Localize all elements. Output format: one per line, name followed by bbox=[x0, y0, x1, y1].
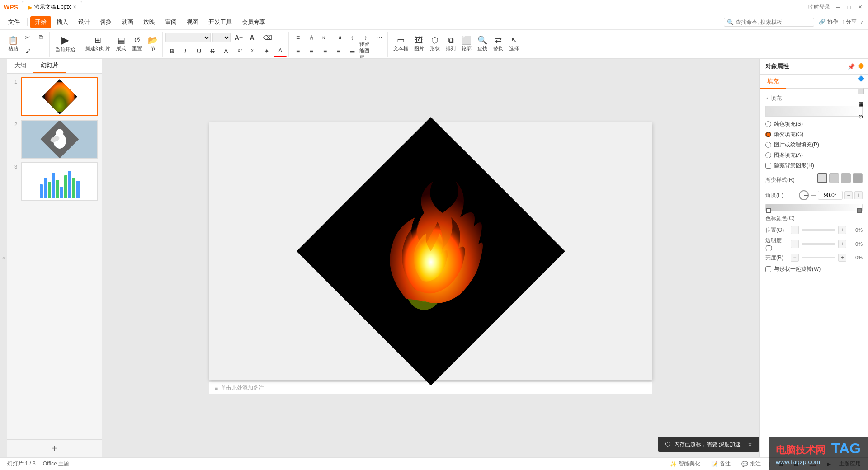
fill-picture-option[interactable]: 图片或纹理填充(P) bbox=[765, 141, 863, 149]
transparency-minus-button[interactable]: − bbox=[791, 240, 799, 248]
clear-format-button[interactable]: ⌫ bbox=[261, 31, 274, 44]
tab-slides[interactable]: 幻灯片 bbox=[33, 59, 66, 73]
minimize-button[interactable]: ─ bbox=[834, 3, 843, 12]
brightness-minus-button[interactable]: − bbox=[791, 254, 799, 262]
slide-thumbnail-3[interactable]: 3 bbox=[11, 162, 98, 201]
align-center-button[interactable]: ≡ bbox=[305, 45, 318, 57]
comment-btn[interactable]: 💬 批注 bbox=[739, 459, 764, 469]
slide-thumbnail-2[interactable]: 2 bbox=[11, 120, 98, 159]
outline-button[interactable]: ⬜ 轮廓 bbox=[459, 33, 474, 56]
fill-gradient-radio[interactable] bbox=[765, 132, 771, 137]
fill-gradient-option[interactable]: 渐变填充(G) bbox=[765, 131, 863, 138]
add-slide-button[interactable]: + bbox=[52, 443, 57, 454]
transparency-track[interactable] bbox=[802, 243, 835, 245]
decrease-indent-button[interactable]: ⇤ bbox=[319, 31, 331, 44]
hide-bg-option[interactable]: 隐藏背景图形(H) bbox=[765, 162, 863, 169]
cut-button[interactable]: ✂ bbox=[21, 31, 34, 44]
menu-item-home[interactable]: 文件 bbox=[4, 16, 24, 28]
position-minus-button[interactable]: − bbox=[791, 226, 799, 234]
strikethrough-button[interactable]: S bbox=[206, 45, 219, 57]
find-button[interactable]: 🔍 查找 bbox=[475, 33, 490, 56]
menu-item-transition[interactable]: 切换 bbox=[95, 16, 116, 28]
collaborate-btn[interactable]: 🔗 协作 bbox=[819, 18, 838, 26]
text-align-button[interactable]: ⋯ bbox=[373, 31, 386, 44]
numbering-button[interactable]: ⑃ bbox=[305, 31, 318, 44]
rotate-with-shape-option[interactable]: 与形状一起旋转(W) bbox=[765, 265, 863, 273]
align-left-button[interactable]: ≡ bbox=[292, 45, 304, 57]
font-family-select[interactable] bbox=[165, 33, 211, 42]
rotate-with-shape-checkbox[interactable] bbox=[765, 266, 771, 272]
close-button[interactable]: ✕ bbox=[855, 3, 864, 12]
menu-item-design[interactable]: 设计 bbox=[74, 16, 94, 28]
panel-icon-4[interactable]: ▦ bbox=[855, 99, 866, 109]
grad-handle-1[interactable] bbox=[817, 173, 827, 183]
shapes-button[interactable]: ⬡ 形状 bbox=[427, 33, 443, 56]
menu-item-view[interactable]: 视图 bbox=[182, 16, 203, 28]
maximize-button[interactable]: □ bbox=[844, 3, 854, 12]
copy-button[interactable]: ⧉ bbox=[35, 31, 47, 44]
reset-button[interactable]: ↺ 重置 bbox=[129, 33, 145, 56]
picture-button[interactable]: 🖼 图片 bbox=[411, 33, 427, 56]
underline-button[interactable]: U bbox=[193, 45, 205, 57]
increase-indent-button[interactable]: ⇥ bbox=[332, 31, 345, 44]
align-justify-button[interactable]: ≡ bbox=[332, 45, 345, 57]
panel-icon-1[interactable]: 🔶 bbox=[855, 61, 866, 71]
position-track[interactable] bbox=[802, 229, 835, 231]
section-button[interactable]: 📂 节 bbox=[145, 33, 160, 56]
increase-font-button[interactable]: A+ bbox=[232, 31, 245, 44]
convert-to-shape-button[interactable]: 转智能图形 bbox=[359, 45, 372, 57]
decrease-font-button[interactable]: A- bbox=[247, 31, 259, 44]
grad-handle-4[interactable] bbox=[853, 173, 863, 183]
bullets-button[interactable]: ≡ bbox=[292, 31, 304, 44]
menu-item-animation[interactable]: 动画 bbox=[117, 16, 138, 28]
brightness-track[interactable] bbox=[802, 257, 835, 258]
menu-item-start[interactable]: 开始 bbox=[30, 16, 51, 28]
slide-preview-3[interactable] bbox=[21, 162, 98, 201]
grad-handle-3[interactable] bbox=[841, 173, 851, 183]
menu-item-slideshow[interactable]: 放映 bbox=[139, 16, 160, 28]
position-plus-button[interactable]: + bbox=[838, 226, 846, 234]
arrange-button[interactable]: ⧉ 排列 bbox=[443, 33, 458, 56]
layout-button[interactable]: ▤ 版式 bbox=[113, 33, 129, 56]
fill-solid-option[interactable]: 纯色填充(S) bbox=[765, 120, 863, 128]
menu-item-insert[interactable]: 插入 bbox=[52, 16, 73, 28]
document-tab[interactable]: ▶ 演示文稿1.pptx ✕ bbox=[22, 1, 82, 13]
menu-item-vip[interactable]: 会员专享 bbox=[237, 16, 270, 28]
align-right-button[interactable]: ≡ bbox=[319, 45, 331, 57]
slide-canvas[interactable] bbox=[209, 122, 652, 380]
fill-pattern-radio[interactable] bbox=[765, 152, 771, 158]
paste-button[interactable]: 📋 粘贴 bbox=[5, 33, 21, 56]
tab-outline[interactable]: 大纲 bbox=[7, 59, 33, 73]
sidebar-collapse-button[interactable]: « bbox=[0, 59, 7, 457]
bold-button[interactable]: B bbox=[165, 45, 178, 57]
smart-btn[interactable]: ✨ 智能美化 bbox=[667, 459, 703, 469]
panel-icon-5[interactable]: ⊙ bbox=[855, 111, 866, 122]
replace-button[interactable]: ⇄ 替换 bbox=[491, 33, 506, 56]
slide-thumbnail-1[interactable]: 1 bbox=[11, 77, 98, 116]
format-brush-button[interactable]: 🖌 bbox=[21, 45, 34, 57]
tab-close-icon[interactable]: ✕ bbox=[73, 5, 76, 9]
new-slide-button[interactable]: ⊞ 新建幻灯片 bbox=[83, 33, 113, 56]
angle-plus-button[interactable]: + bbox=[854, 191, 863, 199]
columns-button[interactable]: ⚌ bbox=[346, 45, 359, 57]
text-shadow-button[interactable]: A bbox=[220, 45, 232, 57]
gradient-stop-left[interactable] bbox=[766, 208, 771, 213]
text-direction-button[interactable]: ↕ bbox=[346, 31, 359, 44]
font-size-select[interactable] bbox=[212, 33, 231, 42]
fill-solid-radio[interactable] bbox=[765, 121, 771, 127]
transparency-plus-button[interactable]: + bbox=[838, 240, 846, 248]
angle-input[interactable] bbox=[818, 191, 843, 200]
slide-preview-2[interactable] bbox=[21, 120, 98, 159]
panel-icon-3[interactable]: ⬜ bbox=[855, 86, 866, 97]
fill-picture-radio[interactable] bbox=[765, 142, 771, 148]
slide-preview-1[interactable] bbox=[21, 77, 98, 116]
fill-tab[interactable]: 填充 bbox=[760, 75, 786, 89]
notes-btn[interactable]: 📝 备注 bbox=[708, 459, 733, 469]
expand-icon[interactable]: ∧ bbox=[860, 19, 864, 25]
start-slideshow-button[interactable]: ▶ 当前开始 bbox=[52, 33, 78, 56]
superscript-button[interactable]: X² bbox=[233, 45, 246, 57]
select-button[interactable]: ↖ 选择 bbox=[506, 33, 522, 56]
search-input[interactable] bbox=[736, 19, 808, 25]
share-btn[interactable]: ↑ 分享 bbox=[842, 18, 857, 26]
brightness-plus-button[interactable]: + bbox=[838, 254, 846, 262]
